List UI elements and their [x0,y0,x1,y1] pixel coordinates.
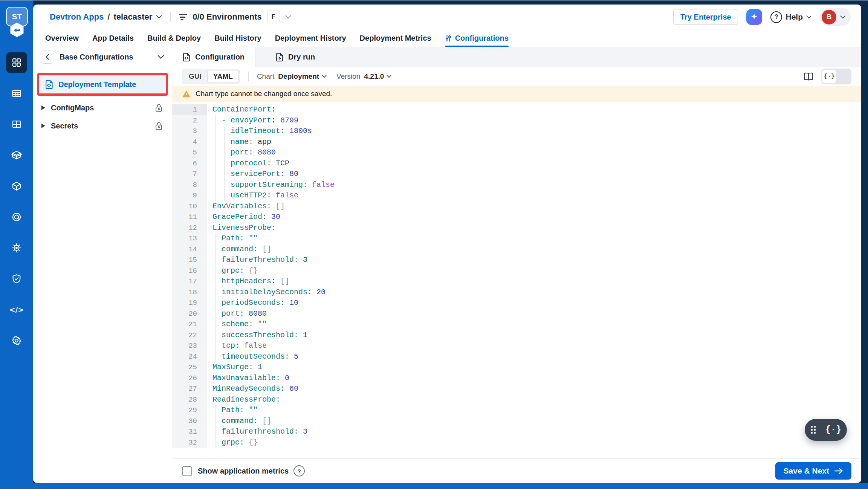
editor-line[interactable]: 12LivenessProbe: [172,223,861,234]
editor-line[interactable]: 1ContainerPort: [172,104,861,115]
editor-line[interactable]: 17 httpHeaders: [] [172,276,861,287]
tab-configuration[interactable]: Configuration [172,47,255,67]
chart-select[interactable]: Deployment [278,72,327,81]
table-grid-icon [11,88,22,99]
show-metrics-checkbox[interactable] [182,466,192,476]
sidebar-item-configmaps[interactable]: ConfigMaps [33,99,172,117]
readme-button[interactable] [803,72,814,81]
editor-line[interactable]: 14 command: [] [172,244,861,255]
sidebar-item-code[interactable]: </> [6,299,27,320]
line-number: 27 [172,384,207,394]
apps-grid-icon [11,57,22,68]
environments-chevron-icon[interactable] [285,15,291,19]
sidebar-item-settings[interactable] [6,330,27,351]
editor-line[interactable]: 27MinReadySeconds: 60 [172,384,861,394]
tab-dry-run[interactable]: Dry run [265,47,326,67]
breadcrumb-app-name: telacaster [114,12,153,22]
yaml-editor[interactable]: 1ContainerPort:2 - envoyPort: 87993 idle… [172,102,861,458]
sparkle-icon [750,12,759,21]
ai-sparkle-button[interactable] [746,9,762,25]
chevron-down-icon[interactable] [157,55,164,59]
line-number: 30 [172,416,207,427]
save-next-button[interactable]: Save & Next [775,462,851,480]
tab-deployment-metrics[interactable]: Deployment Metrics [360,29,431,47]
sidebar-item-releases[interactable] [6,206,27,228]
tab-app-details[interactable]: App Details [92,29,134,47]
drag-handle-icon[interactable] [810,425,816,434]
annotation-highlight-box: Deployment Template [37,73,168,96]
environment-selector[interactable]: 0/0 Environments F [179,11,291,23]
editor-line[interactable]: 32 grpc: {} [172,437,861,448]
tab-overview[interactable]: Overview [45,29,79,47]
editor-line[interactable]: 7 servicePort: 80 [172,169,861,180]
app-header: Devtron Apps / telacaster 0/0 Environmen… [33,5,861,29]
editor-line[interactable]: 23 tcp: false [172,341,861,351]
sidebar-item-deployment-template[interactable]: Deployment Template [39,75,166,93]
arrow-right-icon [834,468,843,474]
editor-line[interactable]: 3 idleTimeout: 1800s [172,126,861,137]
breadcrumb-root-link[interactable]: Devtron Apps [50,12,104,22]
configuration-main: Configuration Dry run GUI YAML [172,47,861,483]
editor-line[interactable]: 10EnvVariables: [] [172,201,861,212]
line-number: 19 [172,298,207,309]
editor-line[interactable]: 22 successThreshold: 1 [172,330,861,341]
app-switch-chevron-icon[interactable] [156,15,162,19]
sidebar-item-applications[interactable] [6,52,27,73]
secrets-label: Secrets [51,122,155,130]
code-view-toggle[interactable]: {·} [821,69,851,84]
editor-line[interactable]: 19 periodSeconds: 10 [172,298,861,309]
editor-line[interactable]: 5 port: 8080 [172,147,861,158]
tab-build-deploy[interactable]: Build & Deploy [147,29,201,47]
warning-text: Chart type cannot be changed once saved. [196,90,332,98]
mode-yaml-button[interactable]: YAML [207,70,239,83]
try-enterprise-button[interactable]: Try Enterprise [673,9,738,25]
devtron-logo-icon [9,22,25,39]
tab-configurations[interactable]: Configurations [445,29,509,47]
line-number: 28 [172,394,207,405]
editor-line[interactable]: 16 grpc: {} [172,266,861,277]
editor-line[interactable]: 31 failureThreshold: 3 [172,426,861,437]
sidebar-item-bulk-edit[interactable] [6,237,27,258]
tab-deployment-history[interactable]: Deployment History [275,29,346,47]
sidebar-item-security[interactable] [6,268,27,289]
sidebar-item-secrets[interactable]: Secrets [33,117,172,135]
help-menu[interactable]: ? Help [770,11,811,23]
editor-line[interactable]: 30 command: [] [172,416,861,427]
sidebar-item-jobs[interactable] [6,83,27,104]
editor-line[interactable]: 9 useHTTP2: false [172,190,861,201]
line-number: 25 [172,362,207,373]
editor-line[interactable]: 25MaxSurge: 1 [172,362,861,373]
mode-gui-button[interactable]: GUI [183,70,207,83]
config-panel-title: Base Configurations [60,53,152,61]
collapse-panel-button[interactable] [41,50,54,64]
sidebar-item-chart-store[interactable] [6,145,27,166]
editor-line[interactable]: 15 failureThreshold: 3 [172,255,861,266]
editor-line[interactable]: 29 Path: "" [172,405,861,416]
editor-line[interactable]: 2 - envoyPort: 8799 [172,115,861,126]
environments-label: 0/0 Environments [193,12,261,22]
metrics-help-icon[interactable]: ? [293,465,305,477]
line-number: 14 [172,244,207,255]
tab-build-history[interactable]: Build History [214,29,261,47]
brand-logo[interactable]: ST [0,5,33,47]
editor-line[interactable]: 24 timeoutSeconds: 5 [172,351,861,362]
sidebar-item-application-groups[interactable] [6,114,27,135]
editor-line[interactable]: 26MaxUnavailable: 0 [172,373,861,384]
version-select[interactable]: 4.21.0 [364,72,391,81]
editor-line[interactable]: 8 supportStreaming: false [172,180,861,191]
editor-line[interactable]: 6 protocol: TCP [172,158,861,169]
code-braces-icon[interactable]: {·} [825,425,841,435]
editor-floating-toolbar[interactable]: {·} [805,419,847,441]
chevron-left-icon [46,54,49,60]
editor-line[interactable]: 21 scheme: "" [172,319,861,330]
user-menu[interactable]: B [820,8,851,26]
sidebar-item-resource-browser[interactable] [6,176,27,197]
chevron-down-icon [387,75,391,78]
editor-line[interactable]: 18 initialDelaySeconds: 20 [172,287,861,298]
editor-line[interactable]: 4 name: app [172,137,861,148]
editor-line[interactable]: 28ReadinessProbe: [172,394,861,405]
app-card: Devtron Apps / telacaster 0/0 Environmen… [33,5,861,483]
editor-line[interactable]: 13 Path: "" [172,233,861,244]
editor-line[interactable]: 20 port: 8080 [172,309,861,319]
editor-line[interactable]: 11GracePeriod: 30 [172,212,861,223]
